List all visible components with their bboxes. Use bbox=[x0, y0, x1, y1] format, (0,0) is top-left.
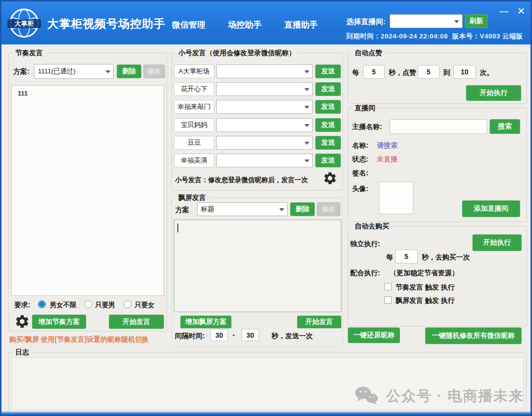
rhythm-plan-dropdown[interactable]: 1111(已通过) bbox=[34, 64, 114, 79]
auto-like-to-input[interactable] bbox=[453, 65, 476, 79]
avatar bbox=[379, 182, 413, 214]
rhythm-note: 购买/飘屏 使用[节奏发言]设置的昵称随机切换 bbox=[9, 335, 149, 344]
radio-male-only[interactable] bbox=[84, 300, 92, 308]
float-plan-dropdown[interactable]: 标题 bbox=[197, 202, 288, 216]
alt-settings-gear-icon[interactable] bbox=[323, 171, 337, 186]
room-select-dropdown[interactable] bbox=[390, 14, 463, 28]
nav-live-assistant[interactable]: 直播助手 bbox=[284, 19, 318, 31]
send-button[interactable]: 发送 bbox=[315, 154, 341, 167]
radio-female-only[interactable] bbox=[124, 300, 132, 308]
add-live-room-button[interactable]: 添加直播间 bbox=[462, 200, 520, 217]
auto-like-start-button[interactable]: 开始执行 bbox=[466, 85, 521, 101]
window-bottom-strip bbox=[1, 412, 531, 415]
alt-accounts-hint: 小号发言：修改您登录微信昵称后，发言一次 bbox=[175, 176, 308, 185]
add-float-plan-button[interactable]: 增加飘屏方案 bbox=[180, 316, 232, 328]
chevron-down-icon bbox=[304, 88, 309, 91]
log-panel-title: 日志 bbox=[13, 348, 32, 357]
float-plan-label: 方案 bbox=[175, 206, 189, 215]
anchor-search-button[interactable]: 搜索 bbox=[490, 119, 520, 134]
rhythm-delete-button[interactable]: 删除 bbox=[117, 64, 141, 78]
alt-message-dropdown[interactable] bbox=[216, 136, 313, 150]
float-modify-button[interactable]: 修改 bbox=[317, 202, 340, 216]
alt-account-name: 豆豆 bbox=[174, 136, 214, 150]
interval-suffix: 秒，发送一次 bbox=[271, 332, 313, 341]
alt-message-dropdown[interactable] bbox=[216, 64, 313, 78]
room-status-value: 未直播 bbox=[377, 155, 398, 164]
nav-scene-assistant[interactable]: 场控助手 bbox=[228, 19, 262, 31]
alt-message-dropdown[interactable] bbox=[216, 154, 313, 167]
app-title: 大掌柜视频号场控助手 bbox=[47, 16, 166, 32]
anchor-name-input[interactable] bbox=[390, 119, 487, 134]
radio-gender-any-label[interactable]: 男女不限 bbox=[50, 301, 76, 310]
send-button[interactable]: 发送 bbox=[315, 64, 341, 78]
send-button[interactable]: 发送 bbox=[315, 82, 341, 96]
auto-like-suffix-label: 次。 bbox=[480, 68, 494, 77]
room-name-value: 请搜索 bbox=[377, 141, 398, 150]
send-button[interactable]: 发送 bbox=[315, 136, 341, 150]
radio-female-only-label[interactable]: 只要女 bbox=[134, 301, 155, 310]
refresh-button[interactable]: 刷新 bbox=[465, 14, 488, 28]
checkbox-float-trigger[interactable] bbox=[384, 296, 392, 304]
alt-message-dropdown[interactable] bbox=[216, 118, 313, 132]
room-select-label: 选择直播间: bbox=[346, 17, 386, 27]
text-cursor bbox=[177, 224, 178, 232]
interval-min-input[interactable] bbox=[210, 329, 228, 341]
live-room-panel-title: 直播间 bbox=[352, 104, 378, 113]
alt-message-dropdown[interactable] bbox=[216, 82, 313, 96]
auto-like-panel-title: 自动点赞 bbox=[352, 49, 385, 58]
float-start-button[interactable]: 开始发言 bbox=[297, 316, 341, 328]
checkbox-float-trigger-label[interactable]: 飘屏发言 触发 执行 bbox=[396, 296, 455, 305]
app-window: 大掌柜 大掌柜视频号场控助手 微信管理 场控助手 直播助手 选择直播间: 刷新 … bbox=[0, 0, 532, 416]
interval-dash: - bbox=[233, 331, 235, 339]
float-screen-panel-title: 飘屏发言 bbox=[176, 193, 208, 202]
room-avatar-label: 头像: bbox=[352, 185, 368, 193]
auto-like-mid-label: 秒，点赞 bbox=[389, 68, 416, 77]
radio-gender-any[interactable] bbox=[38, 300, 46, 308]
require-label: 要求: bbox=[14, 301, 31, 310]
rhythm-start-button[interactable]: 开始发言 bbox=[109, 315, 164, 329]
chevron-down-icon bbox=[304, 160, 309, 162]
auto-buy-start-button[interactable]: 开始执行 bbox=[472, 234, 522, 251]
combine-note: （更加稳定节省资源） bbox=[390, 269, 459, 278]
rhythm-list[interactable]: 111 bbox=[11, 85, 164, 296]
version-label: 版本号： bbox=[452, 32, 480, 40]
nav-wechat-manage[interactable]: 微信管理 bbox=[172, 19, 205, 31]
version-value: V4003 bbox=[480, 32, 500, 40]
auto-like-from-input[interactable] bbox=[418, 65, 439, 79]
app-logo: 大掌柜 bbox=[8, 7, 40, 39]
radio-male-only-label[interactable]: 只要男 bbox=[95, 301, 115, 310]
minimize-button[interactable]: — bbox=[497, 6, 511, 19]
expire-label: 到期时间： bbox=[346, 32, 381, 40]
auto-like-to-label: 到 bbox=[443, 68, 450, 77]
alt-account-name: A大掌柜场 bbox=[174, 64, 214, 78]
room-name-label: 名称: bbox=[352, 141, 368, 150]
auto-buy-every-label: 每 bbox=[386, 253, 393, 262]
list-item[interactable]: 111 bbox=[12, 86, 164, 101]
chevron-down-icon bbox=[279, 208, 284, 211]
float-delete-button[interactable]: 删除 bbox=[290, 202, 315, 216]
send-button[interactable]: 发送 bbox=[315, 118, 341, 132]
chevron-down-icon bbox=[304, 70, 309, 73]
float-message-textarea[interactable] bbox=[174, 220, 341, 312]
plan-label: 方案: bbox=[13, 67, 30, 76]
restore-nickname-button[interactable]: 一键还原昵称 bbox=[348, 327, 400, 343]
alt-account-name: 幸福美满 bbox=[174, 154, 214, 167]
checkbox-rhythm-trigger[interactable] bbox=[384, 283, 392, 290]
interval-max-input[interactable] bbox=[241, 329, 259, 341]
checkbox-rhythm-trigger-label[interactable]: 节奏发言 触发 执行 bbox=[396, 283, 455, 292]
close-button[interactable]: ✕ bbox=[514, 5, 529, 19]
auto-buy-interval-input[interactable] bbox=[395, 250, 418, 263]
send-button[interactable]: 发送 bbox=[315, 100, 341, 114]
alt-account-name: 幸福来敲门 bbox=[174, 100, 214, 114]
interval-label: 间隔时间: bbox=[175, 332, 205, 341]
auto-like-interval-input[interactable] bbox=[363, 65, 385, 79]
rhythm-modify-button[interactable]: 修改 bbox=[143, 64, 165, 78]
rhythm-settings-gear-icon[interactable] bbox=[14, 314, 30, 329]
watermark: 公众号 · 电商播未来 bbox=[354, 385, 524, 407]
chevron-down-icon bbox=[304, 142, 309, 145]
alt-message-dropdown[interactable] bbox=[216, 100, 313, 114]
add-rhythm-plan-button[interactable]: 增加节奏方案 bbox=[32, 315, 86, 329]
wechat-icon bbox=[354, 385, 379, 407]
randomize-nickname-button[interactable]: 一键随机修改所有微信昵称 bbox=[425, 327, 522, 344]
auto-buy-panel-title: 自动去购买 bbox=[352, 222, 392, 231]
